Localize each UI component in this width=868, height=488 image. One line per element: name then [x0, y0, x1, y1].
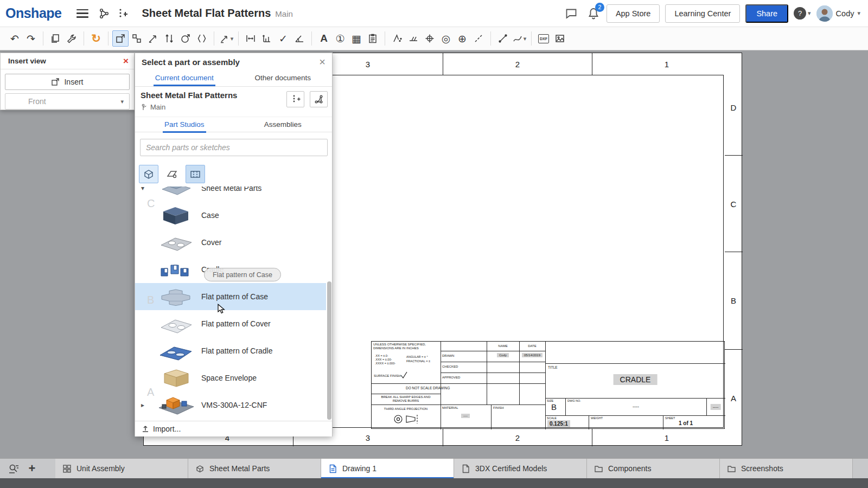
onshape-logo[interactable]: Onshape	[5, 5, 61, 21]
drawing-toolbar: ↶ ↷ ↻ ▾ ✓ A ① ▦ ◎ ⊕ ▾ DXF	[0, 27, 868, 50]
tab-unit-assembly[interactable]: Unit Assembly	[55, 459, 188, 479]
balloon-icon[interactable]: ①	[332, 30, 348, 47]
tb-material-value[interactable]: ----	[461, 414, 470, 418]
tab-drawing-1[interactable]: Drawing 1	[321, 459, 454, 479]
part-label: Flat pattern of Cover	[201, 319, 271, 328]
drawing-properties-icon[interactable]	[63, 30, 80, 47]
insert-button[interactable]: Insert	[5, 74, 130, 90]
geometric-tolerance-icon[interactable]	[422, 30, 438, 47]
callout-icon[interactable]: ▾	[218, 30, 234, 47]
drawing-canvas[interactable]: 4 3 2 1 4 3 2 1 D C B A	[0, 50, 868, 458]
close-icon[interactable]: ×	[319, 56, 326, 67]
inspection-symbol-icon[interactable]: ✓	[275, 30, 291, 47]
tb-drawn-name[interactable]: Cody	[497, 353, 509, 357]
import-icon	[142, 425, 149, 433]
tb-title-value[interactable]: CRADLE	[614, 374, 658, 385]
line-icon[interactable]	[495, 30, 511, 47]
notifications-icon[interactable]: 2	[587, 7, 601, 21]
bom-icon[interactable]	[365, 30, 381, 47]
tab-sheet-metal-parts[interactable]: Sheet Metal Parts	[188, 459, 321, 479]
search-input[interactable]	[140, 139, 328, 156]
undo-icon[interactable]: ↶	[7, 30, 23, 47]
datum-icon[interactable]: ◎	[438, 30, 454, 47]
help-icon[interactable]: ?	[794, 7, 806, 20]
version-tree-icon[interactable]	[96, 5, 112, 22]
group-label: Sheet Metal Parts	[201, 187, 261, 192]
redo-icon[interactable]: ↷	[23, 30, 39, 47]
insert-view-title: Insert view	[8, 57, 46, 65]
toolbar-separator	[108, 31, 108, 46]
share-button[interactable]: Share	[745, 4, 788, 23]
tb-scale-value[interactable]: 0.125:1	[547, 420, 570, 427]
tb-rev-value[interactable]: ----	[711, 404, 721, 410]
close-icon[interactable]: ×	[123, 56, 129, 66]
chevron-down-icon[interactable]: ▾	[139, 187, 146, 192]
main-menu-icon[interactable]	[76, 9, 88, 18]
tab-label: Drawing 1	[342, 464, 376, 473]
import-button[interactable]: Import...	[135, 421, 332, 436]
insert-position-button[interactable]	[286, 91, 304, 107]
manage-tabs-icon[interactable]	[4, 460, 23, 477]
list-item[interactable]: Cover	[135, 229, 326, 256]
tab-assemblies[interactable]: Assemblies	[234, 117, 333, 132]
surface-finish-icon[interactable]	[389, 30, 405, 47]
tab-label: Screenshots	[741, 464, 783, 473]
section-view-icon[interactable]	[145, 30, 161, 47]
tab-current-document[interactable]: Current document	[135, 70, 234, 86]
tab-3dx-certified-models[interactable]: 3DX Certified Models	[454, 459, 587, 479]
ordinate-dimension-icon[interactable]	[259, 30, 275, 47]
insert-item-icon[interactable]	[114, 5, 131, 22]
tb-drawn-date[interactable]: 05/14/2019	[522, 353, 542, 357]
centerline-icon[interactable]	[470, 30, 487, 47]
list-group-header[interactable]: ▾ Sheet Metal Parts	[135, 187, 326, 202]
tab-screenshots[interactable]: Screenshots	[720, 459, 853, 479]
help-menu[interactable]: ? ▾	[794, 7, 811, 20]
add-tab-icon[interactable]: +	[23, 460, 41, 477]
insert-view-icon[interactable]	[112, 30, 129, 47]
chat-icon[interactable]	[563, 5, 579, 22]
crop-view-icon[interactable]	[177, 30, 194, 47]
avatar[interactable]	[816, 5, 833, 22]
spline-icon[interactable]: ▾	[511, 30, 527, 47]
chevron-right-icon[interactable]: ▸	[139, 401, 146, 409]
table-icon[interactable]: ▦	[348, 30, 365, 47]
tab-part-studios[interactable]: Part Studios	[135, 117, 234, 132]
user-menu[interactable]: Cody ▾	[816, 5, 860, 22]
tab-other-documents[interactable]: Other documents	[234, 70, 333, 86]
filter-parts-icon[interactable]	[139, 165, 158, 183]
tab-components[interactable]: Components	[587, 459, 720, 479]
dimension-icon[interactable]	[242, 30, 259, 47]
sheet-properties-icon[interactable]	[47, 30, 63, 47]
broken-view-icon[interactable]	[194, 30, 210, 47]
learning-center-button[interactable]: Learning Center	[665, 4, 740, 23]
list-item[interactable]: Flat pattern of Cover	[135, 310, 326, 337]
version-tree-button[interactable]	[310, 91, 328, 107]
toolbar-separator	[238, 31, 239, 46]
auxiliary-view-icon[interactable]	[161, 30, 177, 47]
list-item[interactable]: ▸ VMS-300A-12-CNF	[135, 391, 326, 419]
scrollbar-thumb[interactable]	[327, 281, 331, 420]
center-mark-icon[interactable]: ⊕	[454, 30, 470, 47]
note-icon[interactable]: A	[316, 30, 332, 47]
angle-dimension-icon[interactable]	[291, 30, 308, 47]
chevron-down-icon: ▾	[231, 35, 234, 42]
list-item[interactable]: Case	[135, 202, 326, 229]
list-item-selected[interactable]: Flat pattern of Case	[135, 283, 326, 310]
toolbar-separator	[43, 31, 43, 46]
tb-dwg-value[interactable]: ----	[633, 404, 639, 409]
export-dxf-icon[interactable]: DXF	[535, 30, 552, 47]
user-name: Cody	[836, 9, 854, 18]
list-item[interactable]: Flat pattern of Cradle	[135, 337, 326, 364]
update-views-icon[interactable]: ↻	[88, 30, 104, 47]
weld-symbol-icon[interactable]	[405, 30, 422, 47]
insert-image-icon[interactable]	[552, 30, 568, 47]
insert-view-icon	[51, 78, 60, 86]
app-store-button[interactable]: App Store	[607, 4, 660, 23]
insert-button-label: Insert	[64, 78, 83, 86]
filter-flat-patterns-icon[interactable]	[186, 165, 205, 183]
list-item[interactable]: Space Envelope	[135, 364, 326, 391]
filter-surfaces-icon[interactable]	[162, 165, 182, 183]
view-orientation-select[interactable]: Front ▾	[5, 93, 130, 110]
part-thumbnail	[155, 366, 197, 390]
projected-view-icon[interactable]	[129, 30, 145, 47]
